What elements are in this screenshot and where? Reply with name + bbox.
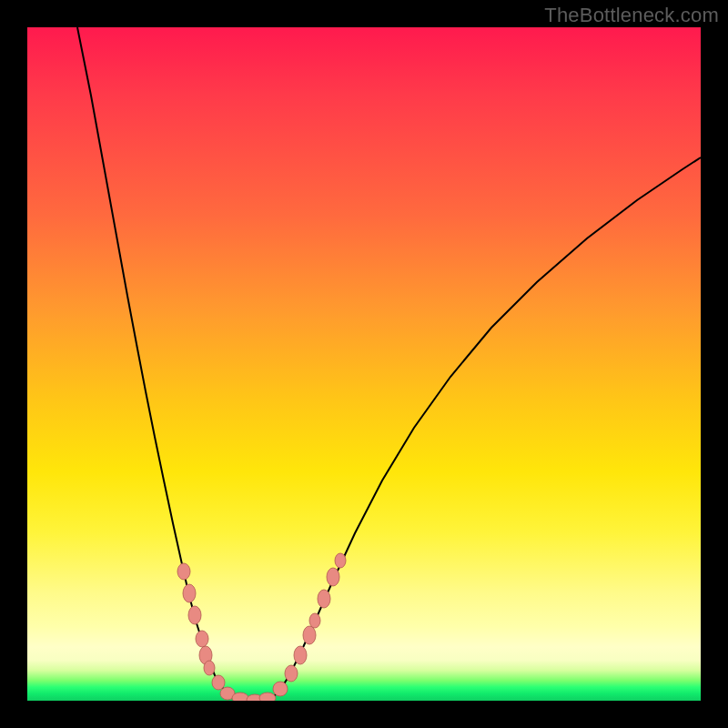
bead-point xyxy=(273,682,288,696)
bead-point xyxy=(318,590,330,608)
bead-point xyxy=(303,626,316,644)
bead-point xyxy=(183,584,196,602)
bead-point xyxy=(294,646,307,664)
outer-frame: TheBottleneck.com xyxy=(0,0,728,728)
curve-svg xyxy=(27,27,701,701)
watermark-text: TheBottleneck.com xyxy=(544,4,719,27)
bead-point xyxy=(196,631,208,647)
bead-point xyxy=(309,613,320,628)
bead-point xyxy=(327,568,339,586)
bead-point xyxy=(212,675,225,690)
plot-area xyxy=(27,27,701,701)
bead-point xyxy=(204,661,215,675)
bead-point xyxy=(232,693,248,701)
bead-point xyxy=(285,665,298,682)
bead-point xyxy=(177,563,190,580)
bead-cluster xyxy=(177,553,346,701)
bead-point xyxy=(188,606,201,624)
bead-point xyxy=(259,693,276,701)
v-curve xyxy=(77,27,701,700)
bead-point xyxy=(335,553,346,568)
